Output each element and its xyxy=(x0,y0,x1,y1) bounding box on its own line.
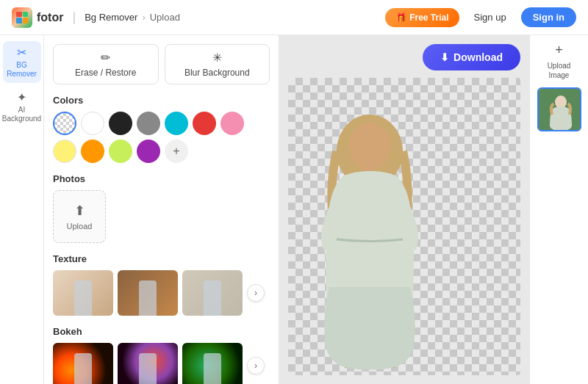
subject-figure xyxy=(289,111,451,375)
texture-thumb-2[interactable] xyxy=(118,270,178,316)
upload-image-label: UploadImage xyxy=(548,61,571,80)
ai-background-label: AIBackground xyxy=(2,106,41,123)
canvas-area: ⬇ Download xyxy=(279,35,529,384)
breadcrumb-sep: › xyxy=(142,12,145,23)
main-layout: ✂ BGRemover ✦ AIBackground ✏ Erase / Res… xyxy=(0,35,588,384)
color-lime[interactable] xyxy=(109,140,132,163)
blur-background-tab[interactable]: ✳ Blur Background xyxy=(165,44,270,84)
bokeh-thumb-3[interactable] xyxy=(182,343,243,384)
color-red[interactable] xyxy=(193,112,216,135)
texture-thumb-1[interactable] xyxy=(53,270,113,316)
color-transparent[interactable] xyxy=(53,112,76,135)
color-cyan[interactable] xyxy=(165,112,188,135)
photos-section: Photos ⬆ Upload xyxy=(53,173,270,243)
sidebar-item-ai-background[interactable]: ✦ AIBackground xyxy=(3,86,41,128)
upload-icon: ⬆ xyxy=(74,203,85,219)
color-pink[interactable] xyxy=(220,112,244,135)
right-panel: + UploadImage xyxy=(529,35,588,384)
checker-background xyxy=(288,78,520,375)
breadcrumb-tool: Bg Remover xyxy=(85,12,137,23)
texture-title: Texture xyxy=(53,253,270,264)
blur-tab-label: Blur Background xyxy=(184,68,250,78)
person-svg xyxy=(289,111,451,375)
signin-button[interactable]: Sign in xyxy=(521,7,576,27)
free-trial-label: Free Trial xyxy=(409,12,448,23)
color-orange[interactable] xyxy=(81,140,104,163)
color-add-button[interactable]: + xyxy=(165,140,188,163)
canvas-wrapper xyxy=(288,78,520,375)
thumbnail-svg xyxy=(539,89,581,131)
app-header: fotor | Bg Remover › Upload 🎁 Free Trial… xyxy=(0,0,588,35)
color-yellow[interactable] xyxy=(53,140,76,163)
header-divider: | xyxy=(72,10,76,25)
erase-tab-label: Erase / Restore xyxy=(75,68,136,78)
bokeh-thumb-1[interactable] xyxy=(53,343,113,384)
tab-row: ✏ Erase / Restore ✳ Blur Background xyxy=(53,44,270,84)
logo: fotor xyxy=(12,7,63,28)
download-button[interactable]: ⬇ Download xyxy=(423,44,520,70)
bg-remover-label: BGRemover xyxy=(7,61,37,79)
colors-title: Colors xyxy=(53,95,270,106)
breadcrumb: Bg Remover › Upload xyxy=(85,12,180,23)
download-label: Download xyxy=(453,51,503,63)
upload-image-button[interactable]: + UploadImage xyxy=(537,43,581,80)
scissors-icon: ✂ xyxy=(17,46,26,59)
bokeh-next-button[interactable]: › xyxy=(247,357,265,374)
logo-icon xyxy=(12,7,32,28)
free-trial-button[interactable]: 🎁 Free Trial xyxy=(385,8,459,27)
svg-point-1 xyxy=(349,123,390,170)
options-panel: ✏ Erase / Restore ✳ Blur Background Colo… xyxy=(44,35,279,384)
color-grid: + xyxy=(53,112,270,163)
breadcrumb-page: Upload xyxy=(150,12,180,23)
bokeh-thumb-2[interactable] xyxy=(118,343,178,384)
texture-thumb-3[interactable] xyxy=(182,270,243,316)
texture-thumbnail-row: › xyxy=(53,270,270,316)
texture-section: Texture › xyxy=(53,253,270,316)
bokeh-thumbnail-row: › xyxy=(53,343,270,384)
bokeh-section: Bokeh › xyxy=(53,326,270,384)
texture-next-button[interactable]: › xyxy=(247,284,265,302)
tools-sidebar: ✂ BGRemover ✦ AIBackground xyxy=(0,35,44,384)
colors-section: Colors + xyxy=(53,95,270,163)
color-black[interactable] xyxy=(109,112,132,135)
photos-title: Photos xyxy=(53,173,270,184)
upload-photo-button[interactable]: ⬆ Upload xyxy=(53,190,106,243)
blur-icon: ✳ xyxy=(212,51,222,65)
erase-restore-tab[interactable]: ✏ Erase / Restore xyxy=(53,44,159,84)
canvas-toolbar: ⬇ Download xyxy=(288,44,520,70)
color-gray[interactable] xyxy=(137,112,160,135)
plus-icon: + xyxy=(555,43,563,58)
thumbnail-preview xyxy=(539,89,580,130)
brush-icon: ✏ xyxy=(101,51,110,65)
download-icon: ⬇ xyxy=(440,51,449,63)
gift-icon: 🎁 xyxy=(395,12,406,23)
bokeh-title: Bokeh xyxy=(53,326,270,337)
color-white[interactable] xyxy=(81,112,104,135)
upload-label: Upload xyxy=(67,222,93,231)
current-image-thumbnail[interactable] xyxy=(537,87,581,131)
sparkle-icon: ✦ xyxy=(17,90,26,104)
color-purple[interactable] xyxy=(137,140,160,163)
logo-text: fotor xyxy=(37,11,63,24)
signup-button[interactable]: Sign up xyxy=(468,7,512,27)
sidebar-item-bg-remover[interactable]: ✂ BGRemover xyxy=(3,41,41,83)
